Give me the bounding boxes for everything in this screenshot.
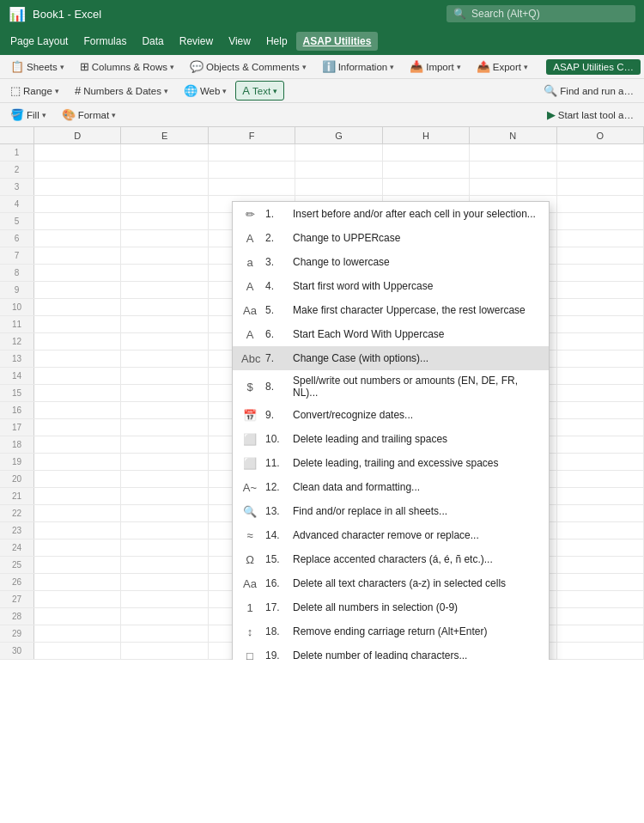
grid-cell[interactable] [121, 454, 208, 470]
grid-cell[interactable] [121, 522, 208, 539]
grid-cell[interactable] [557, 213, 644, 229]
grid-cell[interactable] [121, 625, 208, 642]
grid-cell[interactable] [121, 643, 208, 659]
grid-cell[interactable] [121, 299, 208, 315]
grid-cell[interactable] [121, 333, 208, 350]
grid-cell[interactable] [557, 179, 644, 195]
grid-cell[interactable] [34, 230, 121, 247]
grid-cell[interactable] [34, 419, 121, 436]
dropdown-item-8[interactable]: $8.Spell/write out numbers or amounts (E… [233, 370, 549, 403]
grid-cell[interactable] [34, 488, 121, 504]
ribbon-information[interactable]: ℹ️ Information ▾ [315, 57, 402, 76]
dropdown-item-16[interactable]: Aa16.Delete all text characters (a-z) in… [233, 571, 549, 595]
grid-cell[interactable] [557, 505, 644, 521]
grid-cell[interactable] [557, 162, 644, 178]
grid-cell[interactable] [557, 557, 644, 573]
grid-cell[interactable] [121, 402, 208, 418]
grid-cell[interactable] [121, 247, 208, 264]
dropdown-item-3[interactable]: a3.Change to lowercase [233, 250, 549, 274]
dropdown-item-11[interactable]: ⬜11.Delete leading, trailing and excessi… [233, 451, 549, 475]
grid-cell[interactable] [121, 213, 208, 229]
dropdown-item-19[interactable]: □19.Delete number of leading characters.… [233, 643, 549, 660]
dropdown-item-15[interactable]: Ω15.Replace accented characters (á, é, ñ… [233, 547, 549, 571]
grid-cell[interactable] [121, 385, 208, 401]
grid-cell[interactable] [121, 436, 208, 453]
grid-cell[interactable] [121, 471, 208, 487]
grid-cell[interactable] [557, 196, 644, 212]
grid-cell[interactable] [34, 162, 121, 178]
grid-cell[interactable] [34, 333, 121, 350]
grid-cell[interactable] [121, 368, 208, 384]
grid-cell[interactable] [121, 488, 208, 504]
grid-cell[interactable] [34, 282, 121, 298]
grid-cell[interactable] [295, 144, 382, 161]
ribbon-import[interactable]: 📥 Import ▾ [403, 57, 468, 76]
grid-cell[interactable] [34, 608, 121, 625]
grid-cell[interactable] [557, 402, 644, 418]
grid-cell[interactable] [121, 179, 208, 195]
grid-cell[interactable] [470, 144, 556, 161]
grid-cell[interactable] [34, 385, 121, 401]
grid-cell[interactable] [121, 419, 208, 436]
grid-cell[interactable] [557, 522, 644, 539]
table-row[interactable]: 2 [0, 162, 644, 179]
ribbon-columns-rows[interactable]: ⊞ Columns & Rows ▾ [73, 57, 181, 76]
dropdown-item-2[interactable]: A2.Change to UPPERcase [233, 226, 549, 250]
grid-cell[interactable] [34, 179, 121, 195]
grid-cell[interactable] [34, 402, 121, 418]
grid-cell[interactable] [209, 179, 295, 195]
grid-cell[interactable] [34, 454, 121, 470]
grid-cell[interactable] [209, 162, 295, 178]
grid-cell[interactable] [295, 162, 382, 178]
grid-cell[interactable] [121, 282, 208, 298]
grid-cell[interactable] [557, 488, 644, 504]
grid-cell[interactable] [557, 436, 644, 453]
grid-cell[interactable] [557, 351, 644, 367]
grid-cell[interactable] [34, 643, 121, 659]
grid-cell[interactable] [121, 608, 208, 625]
dropdown-item-18[interactable]: ↕18.Remove ending carriage return (Alt+E… [233, 619, 549, 643]
dropdown-item-12[interactable]: A~12.Clean data and formatting... [233, 475, 549, 499]
menu-review[interactable]: Review [173, 32, 220, 51]
grid-cell[interactable] [557, 316, 644, 332]
ribbon-export[interactable]: 📤 Export ▾ [470, 57, 535, 76]
grid-cell[interactable] [121, 557, 208, 573]
grid-cell[interactable] [34, 213, 121, 229]
grid-cell[interactable] [34, 368, 121, 384]
grid-cell[interactable] [34, 505, 121, 521]
grid-cell[interactable] [557, 643, 644, 659]
grid-cell[interactable] [557, 385, 644, 401]
dropdown-item-14[interactable]: ≈14.Advanced character remove or replace… [233, 523, 549, 547]
dropdown-item-7[interactable]: Abc7.Change Case (with options)... [233, 346, 549, 370]
ribbon-format[interactable]: 🎨 Format ▾ [55, 105, 123, 125]
grid-cell[interactable] [34, 557, 121, 573]
dropdown-item-4[interactable]: A4.Start first word with Uppercase [233, 274, 549, 298]
dropdown-item-13[interactable]: 🔍13.Find and/or replace in all sheets... [233, 499, 549, 523]
grid-cell[interactable] [121, 351, 208, 367]
grid-cell[interactable] [383, 179, 470, 195]
ribbon-start-last-tool[interactable]: ▶ Start last tool a… [540, 105, 641, 125]
grid-cell[interactable] [34, 351, 121, 367]
grid-cell[interactable] [121, 196, 208, 212]
grid-cell[interactable] [209, 144, 295, 161]
grid-cell[interactable] [557, 299, 644, 315]
ribbon-web[interactable]: 🌐 Web ▾ [177, 81, 234, 101]
search-bar[interactable]: 🔍 Search (Alt+Q) [447, 5, 635, 22]
grid-cell[interactable] [557, 333, 644, 350]
grid-cell[interactable] [557, 591, 644, 607]
ribbon-sheets[interactable]: 📋 Sheets ▾ [3, 57, 71, 76]
grid-cell[interactable] [295, 179, 382, 195]
dropdown-item-5[interactable]: Aa5.Make first character Uppercase, the … [233, 298, 549, 322]
grid-cell[interactable] [121, 505, 208, 521]
ribbon-numbers-dates[interactable]: # Numbers & Dates ▾ [68, 81, 175, 101]
grid-cell[interactable] [34, 265, 121, 281]
dropdown-item-6[interactable]: A6.Start Each Word With Uppercase [233, 322, 549, 346]
grid-cell[interactable] [34, 522, 121, 539]
menu-help[interactable]: Help [259, 32, 295, 51]
ribbon-find-run[interactable]: 🔍 Find and run a… [537, 81, 641, 101]
grid-cell[interactable] [557, 230, 644, 247]
grid-cell[interactable] [557, 419, 644, 436]
grid-cell[interactable] [557, 265, 644, 281]
grid-cell[interactable] [557, 625, 644, 642]
ribbon-objects-comments[interactable]: 💬 Objects & Comments ▾ [183, 57, 313, 76]
